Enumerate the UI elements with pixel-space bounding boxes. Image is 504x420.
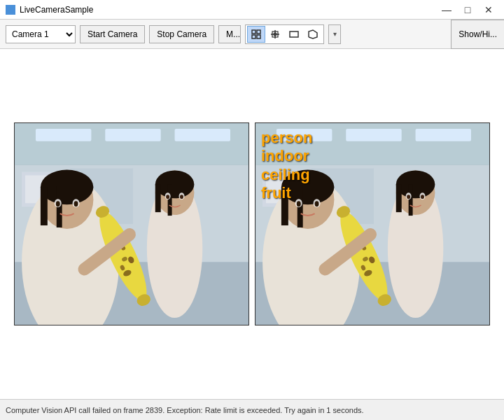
svg-rect-2 — [252, 35, 255, 38]
svg-rect-1 — [257, 30, 260, 34]
svg-point-33 — [56, 201, 60, 206]
status-bar: Computer Vision API call failed on frame… — [0, 399, 504, 420]
svg-rect-47 — [346, 129, 401, 141]
title-bar: LiveCameraSample — □ ✕ — [0, 0, 504, 20]
svg-rect-48 — [416, 129, 471, 141]
icon-toolbar — [245, 24, 324, 44]
close-button[interactable]: ✕ — [479, 3, 498, 17]
show-hide-button[interactable]: Show/Hi... — [451, 20, 504, 49]
annotation-fruit: fruit — [261, 184, 312, 202]
svg-point-25 — [180, 195, 183, 199]
track-icon-button[interactable] — [266, 26, 284, 43]
title-bar-left: LiveCameraSample — [6, 5, 93, 15]
svg-point-34 — [74, 201, 78, 206]
annotation-ceiling: ceiling — [261, 166, 312, 184]
main-content: person indoor ceiling fruit — [0, 49, 504, 399]
svg-point-19 — [155, 171, 195, 199]
svg-rect-9 — [36, 129, 91, 141]
more-options-button[interactable]: ▾ — [328, 24, 341, 44]
toolbar: Camera 1 Camera 2 Camera 3 Start Camera … — [0, 20, 504, 49]
app-icon — [6, 5, 15, 15]
stop-camera-button[interactable]: Stop Camera — [149, 25, 214, 43]
annotation-person: person — [261, 129, 312, 147]
svg-rect-20 — [155, 184, 161, 212]
svg-rect-10 — [105, 129, 160, 141]
svg-point-24 — [166, 195, 169, 199]
svg-point-61 — [407, 195, 410, 199]
left-video-frame — [14, 122, 249, 326]
svg-point-71 — [315, 201, 319, 206]
annotation-overlay: person indoor ceiling fruit — [261, 129, 312, 203]
annotation-indoor: indoor — [261, 147, 312, 165]
video-container: person indoor ceiling fruit — [0, 108, 504, 340]
svg-point-62 — [421, 195, 424, 199]
minimize-button[interactable]: — — [437, 3, 456, 17]
svg-rect-58 — [409, 184, 413, 216]
svg-rect-3 — [257, 35, 260, 38]
svg-rect-6 — [290, 31, 298, 37]
svg-rect-29 — [41, 187, 48, 225]
start-camera-button[interactable]: Start Camera — [80, 25, 145, 43]
poly-icon-button[interactable] — [304, 26, 322, 43]
maximize-button[interactable]: □ — [458, 3, 477, 17]
svg-point-56 — [396, 171, 435, 199]
status-message: Computer Vision API call failed on frame… — [6, 406, 364, 414]
svg-rect-57 — [396, 184, 402, 212]
window-title: LiveCameraSample — [20, 5, 93, 15]
left-video-scene — [15, 123, 248, 325]
title-bar-controls: — □ ✕ — [437, 3, 498, 17]
camera-select[interactable]: Camera 1 Camera 2 Camera 3 — [6, 25, 76, 43]
svg-rect-21 — [168, 184, 172, 216]
rect-icon-button[interactable] — [285, 26, 303, 43]
svg-point-28 — [41, 170, 93, 205]
right-video-frame: person indoor ceiling fruit — [255, 122, 490, 326]
svg-rect-11 — [175, 129, 230, 141]
svg-rect-0 — [252, 30, 255, 34]
mode-button[interactable]: M... — [218, 25, 241, 43]
detect-icon-button[interactable] — [247, 26, 265, 43]
